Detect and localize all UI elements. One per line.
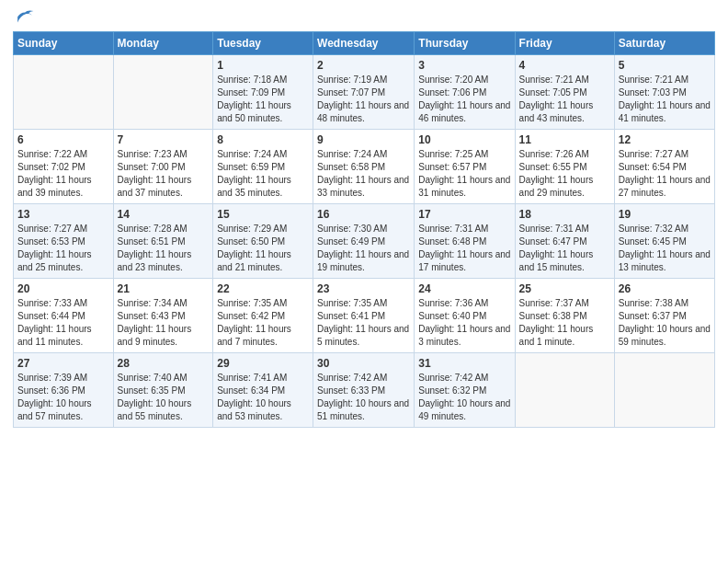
day-info: Sunrise: 7:19 AMSunset: 7:07 PMDaylight:… — [317, 74, 410, 125]
calendar-table: SundayMondayTuesdayWednesdayThursdayFrid… — [13, 31, 715, 428]
calendar-cell: 24Sunrise: 7:36 AMSunset: 6:40 PMDayligh… — [415, 279, 515, 353]
calendar-cell: 6Sunrise: 7:22 AMSunset: 7:02 PMDaylight… — [14, 130, 114, 204]
day-info: Sunrise: 7:31 AMSunset: 6:48 PMDaylight:… — [418, 223, 510, 274]
weekday-header-monday: Monday — [113, 32, 213, 55]
day-number: 26 — [619, 282, 711, 295]
day-info: Sunrise: 7:22 AMSunset: 7:02 PMDaylight:… — [17, 148, 109, 200]
day-number: 14 — [118, 208, 210, 221]
day-number: 20 — [17, 282, 109, 295]
calendar-cell: 3Sunrise: 7:20 AMSunset: 7:06 PMDaylight… — [415, 55, 515, 130]
day-number: 25 — [519, 282, 610, 295]
calendar-cell: 15Sunrise: 7:29 AMSunset: 6:50 PMDayligh… — [213, 204, 313, 279]
day-info: Sunrise: 7:41 AMSunset: 6:34 PMDaylight:… — [217, 372, 309, 423]
page: SundayMondayTuesdayWednesdayThursdayFrid… — [0, 0, 728, 563]
day-info: Sunrise: 7:40 AMSunset: 6:35 PMDaylight:… — [118, 372, 210, 423]
day-info: Sunrise: 7:35 AMSunset: 6:42 PMDaylight:… — [217, 297, 309, 349]
logo — [13, 9, 35, 26]
day-number: 7 — [118, 133, 210, 146]
day-number: 31 — [418, 357, 510, 370]
day-number: 4 — [519, 59, 610, 72]
day-info: Sunrise: 7:21 AMSunset: 7:03 PMDaylight:… — [619, 74, 711, 125]
day-number: 12 — [619, 133, 711, 146]
day-info: Sunrise: 7:36 AMSunset: 6:40 PMDaylight:… — [418, 297, 510, 349]
day-info: Sunrise: 7:26 AMSunset: 6:55 PMDaylight:… — [519, 148, 610, 200]
day-info: Sunrise: 7:39 AMSunset: 6:36 PMDaylight:… — [17, 372, 109, 423]
calendar-cell: 25Sunrise: 7:37 AMSunset: 6:38 PMDayligh… — [515, 279, 614, 353]
day-number: 3 — [418, 59, 510, 72]
day-number: 30 — [317, 357, 410, 370]
day-info: Sunrise: 7:34 AMSunset: 6:43 PMDaylight:… — [118, 297, 210, 349]
day-number: 2 — [317, 59, 410, 72]
day-info: Sunrise: 7:33 AMSunset: 6:44 PMDaylight:… — [17, 297, 109, 349]
day-info: Sunrise: 7:31 AMSunset: 6:47 PMDaylight:… — [519, 223, 610, 274]
day-info: Sunrise: 7:20 AMSunset: 7:06 PMDaylight:… — [418, 74, 510, 125]
calendar-cell: 30Sunrise: 7:42 AMSunset: 6:33 PMDayligh… — [313, 353, 415, 428]
calendar-cell: 10Sunrise: 7:25 AMSunset: 6:57 PMDayligh… — [415, 130, 515, 204]
day-number: 23 — [317, 282, 410, 295]
calendar-cell: 20Sunrise: 7:33 AMSunset: 6:44 PMDayligh… — [14, 279, 114, 353]
calendar-cell: 8Sunrise: 7:24 AMSunset: 6:59 PMDaylight… — [213, 130, 313, 204]
day-info: Sunrise: 7:23 AMSunset: 7:00 PMDaylight:… — [118, 148, 210, 200]
calendar-cell: 1Sunrise: 7:18 AMSunset: 7:09 PMDaylight… — [213, 55, 313, 130]
calendar-cell: 14Sunrise: 7:28 AMSunset: 6:51 PMDayligh… — [113, 204, 213, 279]
day-info: Sunrise: 7:38 AMSunset: 6:37 PMDaylight:… — [619, 297, 711, 349]
calendar-cell: 13Sunrise: 7:27 AMSunset: 6:53 PMDayligh… — [14, 204, 114, 279]
day-info: Sunrise: 7:18 AMSunset: 7:09 PMDaylight:… — [217, 74, 309, 125]
day-number: 5 — [619, 59, 711, 72]
weekday-header-sunday: Sunday — [14, 32, 114, 55]
day-number: 22 — [217, 282, 309, 295]
day-number: 18 — [519, 208, 610, 221]
calendar-cell: 27Sunrise: 7:39 AMSunset: 6:36 PMDayligh… — [14, 353, 114, 428]
calendar-cell: 5Sunrise: 7:21 AMSunset: 7:03 PMDaylight… — [614, 55, 714, 130]
calendar-cell: 11Sunrise: 7:26 AMSunset: 6:55 PMDayligh… — [515, 130, 614, 204]
day-info: Sunrise: 7:27 AMSunset: 6:54 PMDaylight:… — [619, 148, 711, 200]
calendar-cell: 7Sunrise: 7:23 AMSunset: 7:00 PMDaylight… — [113, 130, 213, 204]
calendar-cell: 28Sunrise: 7:40 AMSunset: 6:35 PMDayligh… — [113, 353, 213, 428]
day-info: Sunrise: 7:25 AMSunset: 6:57 PMDaylight:… — [418, 148, 510, 200]
calendar-cell: 19Sunrise: 7:32 AMSunset: 6:45 PMDayligh… — [614, 204, 714, 279]
day-number: 6 — [17, 133, 109, 146]
calendar-cell: 23Sunrise: 7:35 AMSunset: 6:41 PMDayligh… — [313, 279, 415, 353]
calendar-cell: 21Sunrise: 7:34 AMSunset: 6:43 PMDayligh… — [113, 279, 213, 353]
day-number: 10 — [418, 133, 510, 146]
day-number: 24 — [418, 282, 510, 295]
day-number: 19 — [619, 208, 711, 221]
calendar-cell — [14, 55, 114, 130]
calendar-cell: 9Sunrise: 7:24 AMSunset: 6:58 PMDaylight… — [313, 130, 415, 204]
day-number: 11 — [519, 133, 610, 146]
weekday-header-thursday: Thursday — [415, 32, 515, 55]
calendar-cell: 22Sunrise: 7:35 AMSunset: 6:42 PMDayligh… — [213, 279, 313, 353]
calendar-cell: 29Sunrise: 7:41 AMSunset: 6:34 PMDayligh… — [213, 353, 313, 428]
day-number: 21 — [118, 282, 210, 295]
header — [13, 9, 715, 26]
day-info: Sunrise: 7:27 AMSunset: 6:53 PMDaylight:… — [17, 223, 109, 274]
calendar-cell: 16Sunrise: 7:30 AMSunset: 6:49 PMDayligh… — [313, 204, 415, 279]
day-number: 9 — [317, 133, 410, 146]
weekday-header-tuesday: Tuesday — [213, 32, 313, 55]
logo-icon — [13, 9, 35, 26]
calendar-cell: 31Sunrise: 7:42 AMSunset: 6:32 PMDayligh… — [415, 353, 515, 428]
calendar-cell — [515, 353, 614, 428]
day-number: 16 — [317, 208, 410, 221]
day-info: Sunrise: 7:29 AMSunset: 6:50 PMDaylight:… — [217, 223, 309, 274]
calendar-cell: 26Sunrise: 7:38 AMSunset: 6:37 PMDayligh… — [614, 279, 714, 353]
day-info: Sunrise: 7:42 AMSunset: 6:33 PMDaylight:… — [317, 372, 410, 423]
day-info: Sunrise: 7:24 AMSunset: 6:59 PMDaylight:… — [217, 148, 309, 200]
calendar-cell: 18Sunrise: 7:31 AMSunset: 6:47 PMDayligh… — [515, 204, 614, 279]
day-info: Sunrise: 7:32 AMSunset: 6:45 PMDaylight:… — [619, 223, 711, 274]
day-info: Sunrise: 7:24 AMSunset: 6:58 PMDaylight:… — [317, 148, 410, 200]
day-number: 28 — [118, 357, 210, 370]
calendar-cell — [614, 353, 714, 428]
day-number: 17 — [418, 208, 510, 221]
day-info: Sunrise: 7:21 AMSunset: 7:05 PMDaylight:… — [519, 74, 610, 125]
weekday-header-saturday: Saturday — [614, 32, 714, 55]
calendar-cell: 2Sunrise: 7:19 AMSunset: 7:07 PMDaylight… — [313, 55, 415, 130]
weekday-header-wednesday: Wednesday — [313, 32, 415, 55]
day-info: Sunrise: 7:42 AMSunset: 6:32 PMDaylight:… — [418, 372, 510, 423]
calendar-cell: 17Sunrise: 7:31 AMSunset: 6:48 PMDayligh… — [415, 204, 515, 279]
day-number: 29 — [217, 357, 309, 370]
day-number: 27 — [17, 357, 109, 370]
day-info: Sunrise: 7:30 AMSunset: 6:49 PMDaylight:… — [317, 223, 410, 274]
day-number: 15 — [217, 208, 309, 221]
day-number: 13 — [17, 208, 109, 221]
